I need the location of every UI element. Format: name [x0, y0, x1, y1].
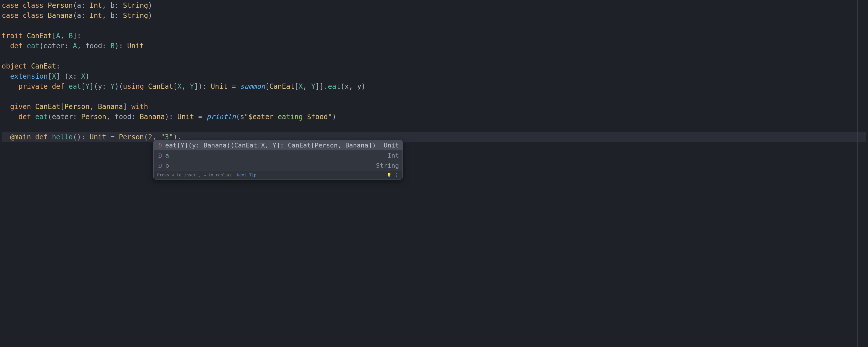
autocomplete-item-type: String — [376, 161, 399, 170]
param-name: eater — [52, 113, 73, 121]
autocomplete-footer: Press ↩ to insert, ⇥ to replace Next Tip… — [154, 170, 402, 179]
type-arg: Y — [311, 83, 315, 91]
more-icon[interactable]: ⋮ — [394, 172, 399, 179]
type-arg: Y — [190, 83, 194, 91]
code-line-blank[interactable] — [2, 51, 866, 61]
class-ref: CanEat — [148, 83, 173, 91]
method-name: eat — [35, 113, 48, 121]
param-name: y — [98, 83, 102, 91]
bulb-icon[interactable]: 💡 — [386, 172, 392, 178]
keyword-using: using — [123, 83, 144, 91]
param-name: food — [115, 113, 131, 121]
method-error-icon: ! — [157, 143, 162, 148]
object-name: CanEat — [31, 62, 56, 70]
type: X — [81, 72, 85, 81]
autocomplete-item-a[interactable]: v a Int — [154, 150, 402, 160]
keyword-def: def — [10, 42, 23, 50]
string-literal: " — [244, 113, 248, 121]
string-interp: $eater — [249, 113, 274, 121]
trait-name: CanEat — [27, 32, 52, 40]
type-param: Y — [85, 83, 89, 91]
class-ref: CanEat — [35, 103, 60, 111]
annotation: @main — [10, 133, 31, 141]
keyword-given: given — [10, 103, 31, 111]
type: Unit — [177, 113, 194, 121]
method-name: eat — [69, 83, 81, 91]
keyword-def: def — [52, 83, 64, 91]
keyword-case: case — [2, 1, 19, 9]
code-line-blank[interactable] — [2, 21, 866, 31]
function-call: summon — [240, 83, 265, 91]
code-line[interactable]: object CanEat: — [2, 61, 866, 71]
field-icon: v — [157, 163, 162, 168]
class-name: Banana — [48, 11, 73, 20]
autocomplete-item-type: Int — [388, 151, 399, 160]
code-line[interactable]: case class Banana(a: Int, b: String) — [2, 11, 866, 21]
code-line[interactable]: given CanEat[Person, Banana] with — [2, 102, 866, 112]
autocomplete-item-b[interactable]: v b String — [154, 160, 402, 170]
type-param: X — [52, 72, 56, 81]
type: A — [73, 42, 77, 50]
code-line[interactable]: trait CanEat[A, B]: — [2, 31, 866, 41]
type: String — [123, 1, 148, 9]
type-arg: X — [177, 83, 181, 91]
method-call: eat — [328, 83, 340, 91]
code-line-blank[interactable] — [2, 122, 866, 132]
code-line[interactable]: private def eat[Y](y: Y)(using CanEat[X,… — [2, 82, 866, 92]
string-literal: " — [328, 113, 332, 121]
keyword-object: object — [2, 62, 27, 70]
type: Unit — [127, 42, 144, 50]
type-arg: X — [299, 83, 303, 91]
autocomplete-item-name: b — [165, 161, 376, 170]
code-line[interactable]: case class Person(a: Int, b: String) — [2, 1, 866, 11]
code-line-blank[interactable] — [2, 92, 866, 102]
ruler-line — [857, 0, 858, 347]
param-name: eater — [44, 42, 64, 50]
autocomplete-popup: ! eat[Y](y: Banana)(CanEat[X, Y]: CanEat… — [153, 140, 403, 180]
type: Int — [89, 11, 102, 20]
arg: y — [357, 83, 361, 91]
class-ref: Person — [119, 133, 144, 141]
field-icon: v — [157, 153, 162, 158]
type: String — [123, 11, 148, 20]
string-interp: $food — [307, 113, 328, 121]
autocomplete-item-name: eat[Y](y: Banana)(CanEat[X, Y]: CanEat[P… — [165, 141, 384, 150]
class-name: Person — [48, 1, 73, 9]
code-line[interactable]: def eat(eater: A, food: B): Unit — [2, 41, 866, 51]
type-arg: Banana — [98, 103, 123, 111]
type: Unit — [211, 83, 228, 91]
keyword-trait: trait — [2, 32, 23, 40]
string-literal: eating — [273, 113, 307, 121]
method-name: eat — [27, 42, 39, 50]
type-param: B — [69, 32, 73, 40]
class-ref: CanEat — [269, 83, 294, 91]
code-line[interactable]: def eat(eater: Person, food: Banana): Un… — [2, 112, 866, 122]
number-literal: 2 — [148, 133, 152, 141]
code-line-current[interactable]: @main def hello(): Unit = Person(2, "3")… — [2, 132, 866, 142]
autocomplete-item-type: Unit — [384, 141, 399, 150]
keyword-private: private — [19, 83, 48, 91]
code-line[interactable]: extension[X] (x: X) — [2, 71, 866, 82]
keyword-class: class — [23, 11, 43, 20]
code-editor[interactable]: case class Person(a: Int, b: String) cas… — [0, 0, 868, 347]
type: Y — [111, 83, 115, 91]
param-name: food — [85, 42, 102, 50]
next-tip-link[interactable]: Next Tip — [237, 172, 256, 177]
string-prefix: s — [240, 113, 244, 121]
keyword-class: class — [23, 1, 43, 9]
keyword-def: def — [19, 113, 31, 121]
param-name: a — [77, 11, 81, 20]
param-name: b — [111, 11, 115, 20]
keyword-def: def — [35, 133, 48, 141]
type: Int — [89, 1, 102, 9]
keyword-extension: extension — [10, 72, 48, 81]
function-call: println — [207, 113, 236, 121]
param-name: a — [77, 1, 81, 9]
keyword-with: with — [131, 103, 148, 111]
type: Person — [81, 113, 106, 121]
autocomplete-item-eat[interactable]: ! eat[Y](y: Banana)(CanEat[X, Y]: CanEat… — [154, 140, 402, 150]
type-arg: Person — [64, 103, 90, 111]
type: Unit — [89, 133, 106, 141]
type-param: A — [56, 32, 60, 40]
method-name: hello — [52, 133, 73, 141]
